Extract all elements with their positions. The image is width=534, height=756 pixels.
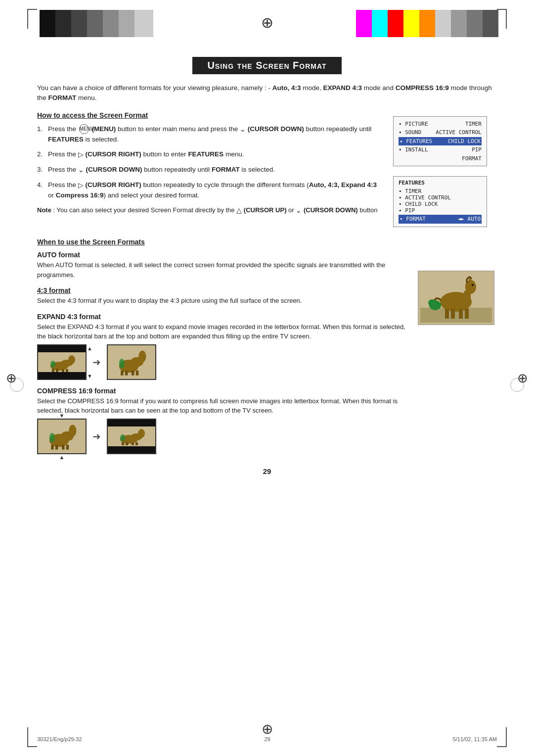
svg-rect-14: [136, 370, 138, 375]
when-to-use-section: When to use the Screen Formats AUTO form…: [37, 238, 497, 461]
svg-rect-13: [132, 370, 134, 375]
horse-auto-image: [420, 273, 492, 323]
corner-mark-tl: [27, 9, 37, 29]
corner-mark-br: [497, 727, 507, 747]
page-number: 29: [37, 467, 497, 475]
svg-rect-4: [56, 369, 58, 372]
svg-rect-29: [132, 442, 134, 445]
auto-format-section: AUTO format When AUTO format is selected…: [37, 251, 408, 280]
footer-center: 29: [264, 736, 270, 742]
expand-up-arrow: ▲: [87, 345, 92, 351]
menu2-pip: • PIP: [399, 207, 482, 214]
expand-format-body: Select the EXPAND 4:3 format if you want…: [37, 322, 408, 341]
svg-point-43: [472, 284, 474, 286]
step-2: 2. Press the ▷ (CURSOR RIGHT) button to …: [37, 149, 383, 160]
svg-rect-38: [451, 309, 455, 319]
menu-screenshot-1: • PICTURETIMER • SOUNDACTIVE CONTROL ✦ F…: [393, 116, 487, 167]
menu-row-format-empty: FORMAT: [399, 154, 482, 163]
svg-point-42: [428, 299, 436, 306]
cursor-down-icon-2: ⌄: [78, 165, 84, 175]
svg-rect-19: [51, 444, 53, 449]
compress-format-section: COMPRESS 16:9 format Select the COMPRESS…: [37, 387, 408, 454]
svg-point-31: [120, 434, 125, 441]
menu-row-features: ✦ FEATURESCHILD LOCK: [399, 137, 482, 146]
when-to-use-heading: When to use the Screen Formats: [37, 238, 497, 246]
compress-format-title: COMPRESS 16:9 format: [37, 387, 408, 395]
svg-rect-12: [125, 370, 128, 375]
svg-point-23: [49, 432, 55, 442]
svg-rect-40: [465, 309, 469, 319]
cursor-right-icon-1: ▷: [78, 149, 84, 160]
expand-down-arrow: ▼: [87, 373, 92, 379]
note-text: Note : You can also select your desired …: [37, 205, 383, 216]
intro-text: You can have a choice of different forma…: [37, 83, 497, 103]
menu-screenshot-2: FEATURES • TIMER • ACTIVE CONTROL • CHIL…: [393, 176, 487, 227]
corner-mark-bl: [27, 727, 37, 747]
expand-format-section: EXPAND 4:3 format Select the EXPAND 4:3 …: [37, 313, 408, 380]
auto-format-body: When AUTO format is selected, it will se…: [37, 260, 408, 280]
svg-rect-21: [62, 444, 64, 449]
format43-section: 4:3 format Select the 4:3 format if you …: [37, 286, 408, 306]
compress-up-arrow-bottom: ▲: [59, 454, 65, 460]
footer: 30321/Eng/p29-32 29 5/11/02, 11:35 AM: [37, 736, 497, 742]
cursor-down-icon-note: ⌄: [296, 205, 302, 216]
svg-rect-27: [122, 442, 124, 445]
cursor-down-icon-1: ⌄: [240, 124, 246, 135]
horse-compress-right: [112, 427, 151, 446]
cursor-right-icon-2: ▷: [78, 180, 84, 190]
horse-expand-right: [110, 347, 153, 377]
svg-rect-39: [459, 309, 463, 319]
compress-down-arrow-top: ▼: [59, 413, 65, 419]
auto-format-image: [418, 251, 497, 461]
page-title-container: Using the Screen Format: [37, 57, 497, 74]
menu-row-install: • INSTALLPIP: [399, 145, 482, 154]
footer-left: 30321/Eng/p29-32: [37, 736, 82, 742]
svg-point-26: [138, 429, 145, 438]
svg-rect-28: [126, 442, 128, 445]
menu2-timer: • TIMER: [399, 188, 482, 194]
menu-button-icon: MENU: [79, 124, 89, 134]
expand-arrow-right: ➜: [92, 356, 101, 368]
menu2-title: FEATURES: [399, 180, 482, 186]
svg-point-10: [138, 350, 146, 362]
format43-title: 4:3 format: [37, 286, 408, 294]
menu2-format: • FORMAT◄► AUTO: [399, 215, 482, 224]
svg-rect-11: [121, 370, 123, 375]
compress-illustration: ▼ ▲ ➜: [37, 419, 408, 454]
svg-point-2: [68, 355, 75, 364]
reg-cross-bottom: ⊕: [262, 721, 273, 737]
page-title: Using the Screen Format: [192, 57, 341, 74]
compress-format-body: Select the COMPRESS 16:9 format if you w…: [37, 396, 408, 416]
horse-expand-left: [42, 352, 82, 372]
step-4: 4. Press the ▷ (CURSOR RIGHT) button rep…: [37, 180, 383, 200]
how-to-access-heading: How to access the Screen Format: [37, 111, 383, 119]
svg-rect-37: [445, 309, 449, 319]
compress-arrow-right: ➜: [92, 430, 101, 442]
svg-point-15: [119, 358, 125, 368]
expand-illustration: ▲ ▼ ➜: [37, 344, 408, 380]
right-column: • PICTURETIMER • SOUNDACTIVE CONTROL ✦ F…: [393, 111, 497, 234]
svg-rect-22: [66, 444, 69, 449]
horse-compress-left: [40, 422, 84, 451]
svg-rect-20: [55, 444, 58, 449]
auto-format-title: AUTO format: [37, 251, 408, 259]
format-descriptions: AUTO format When AUTO format is selected…: [37, 251, 408, 461]
expand-format-title: EXPAND 4:3 format: [37, 313, 408, 321]
svg-point-18: [69, 425, 76, 436]
svg-rect-30: [135, 442, 138, 445]
menu-row-sound: • SOUNDACTIVE CONTROL: [399, 128, 482, 137]
menu-row-picture: • PICTURETIMER: [399, 120, 482, 129]
format43-body: Select the 4:3 format if you want to dis…: [37, 296, 408, 306]
svg-point-7: [50, 361, 55, 368]
corner-mark-tr: [497, 9, 507, 29]
menu2-activecontrol: • ACTIVE CONTROL: [399, 194, 482, 201]
svg-rect-3: [52, 369, 54, 372]
footer-right: 5/11/02, 11:35 AM: [453, 736, 497, 742]
left-column: How to access the Screen Format 1. Press…: [37, 111, 383, 234]
menu2-childlock: • CHILD LOCK: [399, 201, 482, 207]
step-3: 3. Press the ⌄ (CURSOR DOWN) button repe…: [37, 165, 383, 175]
cursor-up-icon-note: △: [236, 205, 242, 216]
step-1: 1. Press the MENU (MENU) button to enter…: [37, 124, 383, 144]
